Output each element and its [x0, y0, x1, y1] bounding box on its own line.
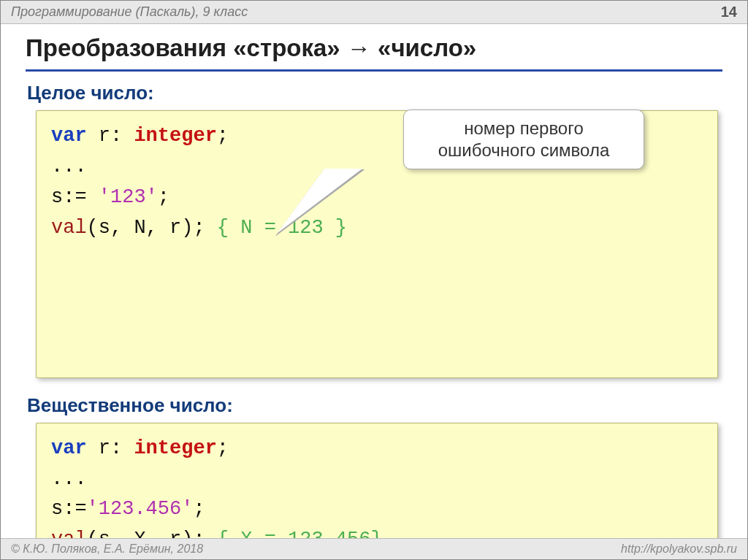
- callout-bubble: номер первого ошибочного символа: [403, 110, 644, 169]
- code-type: integer: [134, 437, 216, 459]
- code-text: ;: [217, 125, 229, 147]
- page-number: 14: [721, 4, 737, 20]
- arrow-icon: →: [347, 35, 371, 61]
- callout-tail-fill: [278, 169, 362, 233]
- code-text: s:=: [51, 186, 99, 208]
- code-text: s:=: [51, 498, 87, 520]
- code-block-integer: var r: integer; ... s:= '123'; val(s, N,…: [36, 110, 718, 378]
- code-function: val: [51, 217, 87, 239]
- slide-footer: © К.Ю. Поляков, Е.А. Ерёмин, 2018 http:/…: [1, 538, 747, 559]
- code-text: ...: [51, 156, 87, 177]
- code-text: ;: [158, 186, 169, 208]
- code-keyword: var: [51, 437, 87, 459]
- slide-content: Преобразования «строка» → «число» Целое …: [1, 24, 747, 560]
- title-prefix: Преобразования «строка»: [26, 34, 347, 61]
- code-string: '123.456': [87, 498, 194, 520]
- copyright-label: © К.Ю. Поляков, Е.А. Ерёмин, 2018: [11, 542, 203, 556]
- code-text: ;: [193, 498, 205, 520]
- code-type: integer: [134, 125, 216, 147]
- course-label: Программирование (Паскаль), 9 класс: [11, 4, 248, 20]
- code-text: r:: [87, 437, 134, 459]
- code-text: ...: [51, 468, 87, 490]
- code-text: ;: [217, 437, 229, 459]
- slide-header: Программирование (Паскаль), 9 класс 14: [1, 1, 747, 24]
- callout-text: номер первого ошибочного символа: [438, 118, 609, 160]
- code-text: (s, N, r);: [87, 217, 205, 239]
- footer-url: http://kpolyakov.spb.ru: [621, 542, 737, 556]
- title-suffix: «число»: [371, 34, 476, 61]
- code-string: '123': [99, 186, 158, 208]
- section-heading-real: Вещественное число:: [27, 394, 722, 417]
- code-keyword: var: [51, 125, 87, 147]
- code-text: r:: [87, 125, 134, 147]
- slide-title: Преобразования «строка» → «число»: [26, 34, 722, 72]
- section-heading-integer: Целое число:: [27, 82, 722, 104]
